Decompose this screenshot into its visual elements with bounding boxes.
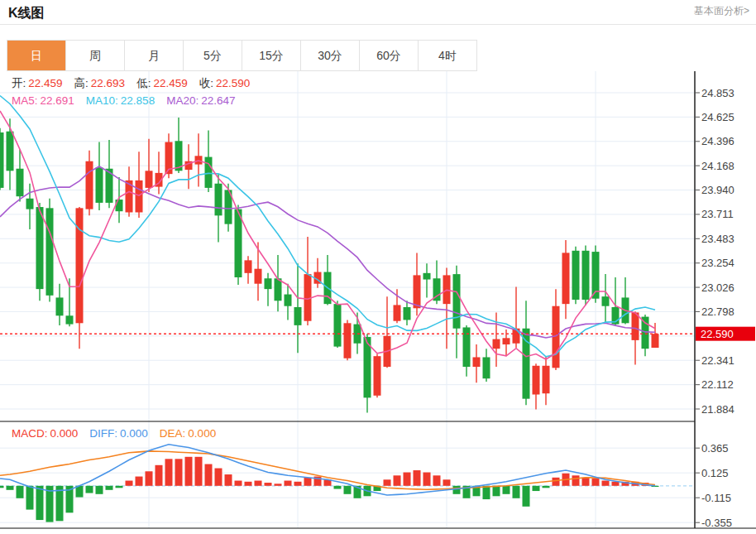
macd-bar	[285, 481, 292, 486]
title-divider	[0, 24, 756, 25]
candle	[374, 356, 381, 396]
candle	[146, 171, 153, 188]
tab-月[interactable]: 月	[125, 41, 184, 70]
fundamental-analysis-link[interactable]: 基本面分析>	[694, 4, 749, 18]
candle	[652, 334, 659, 348]
macd-bar	[334, 486, 342, 489]
candle	[294, 307, 302, 325]
macd-tick-label: 0.125	[701, 467, 729, 479]
macd-bar	[7, 486, 14, 490]
candle	[245, 260, 252, 272]
macd-bar	[86, 486, 93, 493]
price-tick-label: 23.483	[701, 233, 734, 245]
candle	[215, 184, 222, 216]
candle	[344, 323, 352, 358]
candle	[572, 251, 580, 300]
price-tick-label: 23.254	[701, 257, 734, 269]
macd-bar	[205, 464, 213, 486]
macd-bar	[443, 479, 451, 486]
candle	[116, 200, 123, 211]
candle	[136, 180, 143, 213]
macd-bar	[394, 475, 401, 486]
candle	[533, 366, 540, 395]
macd-bar	[17, 486, 24, 498]
macd-bar	[26, 486, 34, 510]
macd-bar	[304, 478, 312, 486]
tab-周[interactable]: 周	[66, 41, 125, 70]
tab-15分[interactable]: 15分	[242, 41, 301, 70]
tab-4时[interactable]: 4时	[419, 41, 476, 70]
candle	[0, 132, 4, 188]
macd-bar	[433, 475, 441, 486]
candle	[642, 317, 649, 349]
candle	[453, 274, 461, 329]
candle	[423, 273, 431, 280]
macd-bar	[146, 471, 153, 486]
macd-bar	[185, 457, 193, 486]
macd-bar	[106, 486, 113, 490]
tab-60分[interactable]: 60分	[360, 41, 419, 70]
macd-bar	[265, 483, 272, 486]
macd-tick-label: -0.355	[701, 517, 732, 529]
macd-tick-label: 0.365	[701, 442, 729, 455]
macd-bar	[414, 470, 421, 486]
macd-bar	[602, 481, 610, 486]
macd-bar	[493, 486, 500, 497]
macd-bar	[156, 465, 163, 486]
current-price-badge-label: 22.590	[701, 328, 734, 340]
candle	[46, 208, 54, 296]
price-tick-label: 24.625	[701, 111, 734, 123]
macd-bar	[592, 479, 600, 486]
macd-bar	[96, 486, 103, 494]
macd-bar	[255, 481, 262, 486]
ohlc-info-row: 开:22.459高:22.693低:22.459收:22.590	[12, 77, 250, 89]
candle	[483, 357, 490, 378]
macd-bar	[523, 486, 530, 507]
macd-bar	[235, 481, 242, 486]
price-tick-label: 22.341	[701, 354, 734, 367]
price-tick-label: 22.798	[701, 305, 734, 318]
candle	[275, 278, 282, 301]
macd-bar	[503, 486, 510, 494]
macd-bar	[572, 475, 580, 486]
candle	[493, 339, 500, 349]
macd-bar	[543, 486, 550, 488]
candle	[394, 305, 401, 320]
candle	[503, 338, 510, 344]
price-tick-label: 24.853	[701, 87, 734, 99]
macd-bar	[225, 474, 232, 486]
macd-bar	[0, 486, 4, 488]
price-tick-label: 24.396	[701, 135, 734, 147]
candle	[17, 169, 24, 196]
tab-30分[interactable]: 30分	[301, 41, 360, 70]
page-title: K线图	[8, 5, 45, 22]
candle	[76, 208, 84, 323]
macd-bar	[384, 479, 391, 486]
macd-bar	[294, 482, 302, 486]
macd-bar	[404, 473, 411, 486]
price-tick-label: 24.168	[701, 160, 734, 172]
tab-5分[interactable]: 5分	[184, 41, 242, 70]
candle	[523, 329, 530, 399]
macd-bar	[513, 486, 520, 498]
macd-bar	[36, 486, 44, 520]
interval-tab-bar: 日周月5分15分30分60分4时	[7, 40, 477, 71]
candle	[414, 275, 421, 308]
tab-日[interactable]: 日	[7, 41, 66, 70]
macd-bar	[245, 482, 252, 486]
macd-bar	[126, 481, 133, 486]
candle	[66, 315, 74, 324]
macd-bar	[533, 486, 540, 491]
macd-bar	[453, 486, 461, 494]
candle	[255, 269, 262, 284]
candle	[86, 161, 93, 209]
candle	[26, 199, 34, 209]
candle	[96, 167, 103, 202]
candle	[562, 253, 570, 304]
macd-bar	[612, 482, 620, 486]
kline-chart: 24.85324.62524.39624.16823.94023.71123.4…	[0, 71, 756, 534]
candle	[205, 157, 213, 188]
candle	[602, 296, 610, 306]
macd-bar	[136, 477, 143, 486]
candle	[7, 132, 14, 171]
